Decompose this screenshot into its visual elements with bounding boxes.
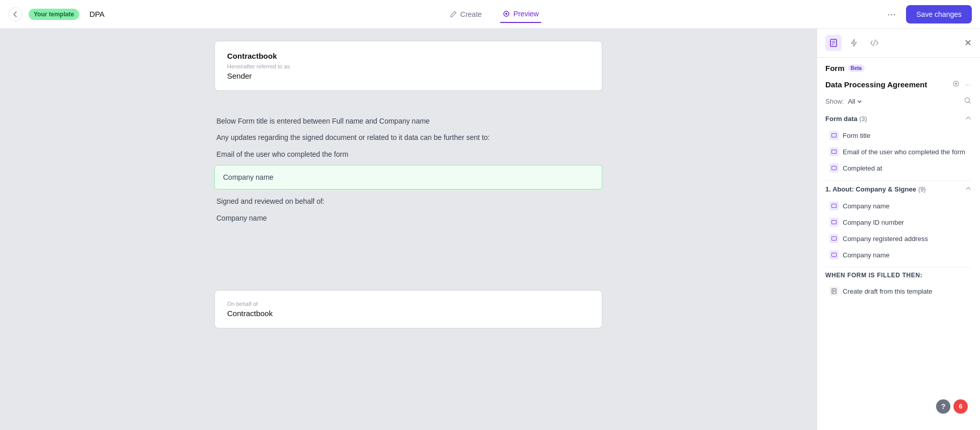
doc-more-icon[interactable]: ··· [964,80,972,89]
field-label-form-title: Form title [843,132,870,139]
sender-card: Contractbook Hereinafter referred to as … [214,41,602,91]
about-title-row: 1. About: Company & Signee (9) [825,185,926,193]
field-completed-at[interactable]: Completed at [825,160,972,176]
sidebar-topbar: ✕ [817,29,980,58]
field-company-name[interactable]: Company name [825,198,972,214]
show-filter-row: Show: All [825,97,972,106]
form-data-collapse[interactable] [965,114,972,123]
doc-text-4: Signed and reviewed on behalf of: [214,196,602,207]
doc-text-1: Below Form title is entered between Full… [214,115,602,127]
lightning-icon[interactable] [846,35,862,51]
field-form-title[interactable]: Form title [825,127,972,144]
field-label-company-name-2: Company name [843,251,890,259]
form-header-row: Form Beta [817,58,980,73]
field-company-id[interactable]: Company ID number [825,214,972,230]
field-email-completed[interactable]: Email of the user who completed the form [825,144,972,160]
referred-label: Hereinafter referred to as [227,63,590,69]
beta-badge: Beta [848,64,865,72]
help-badge[interactable]: ? [936,399,950,414]
company-name-card: Contractbook [227,52,590,60]
field-company-name-2[interactable]: Company name [825,247,972,263]
bottom-divider [825,267,972,268]
form-data-section-header: Form data (3) [825,114,972,123]
variables-icon[interactable] [866,35,883,51]
field-icon-company-address [829,234,839,243]
field-icon-company-name-2 [829,250,839,259]
section-divider [825,180,972,181]
save-changes-button[interactable]: Save changes [906,5,972,23]
preview-nav-button[interactable]: Preview [500,6,541,23]
company-name-highlight: Company name [214,165,602,189]
field-label-email: Email of the user who completed the form [843,148,965,156]
search-fields-button[interactable] [964,97,972,106]
create-nav-button[interactable]: Create [447,6,484,22]
create-draft-item[interactable]: Create draft from this template [825,283,972,299]
close-sidebar-button[interactable]: ✕ [964,37,972,49]
behalf-card: On behalf of Contractbook [214,290,602,328]
draft-icon [829,286,839,296]
right-sidebar: ✕ Form Beta Data Processing Agreement ··… [817,29,980,430]
field-icon-company-name [829,201,839,210]
doc-text-2: Any updates regarding the signed documen… [214,132,602,143]
show-all-select[interactable]: All [848,98,862,105]
form-label: Form [825,64,845,73]
form-data-label: Form data [825,115,857,123]
create-draft-label: Create draft from this template [843,288,933,295]
form-data-count: (3) [860,115,867,123]
about-section-collapse[interactable] [965,185,972,194]
show-label: Show: [825,98,844,105]
doc-text-3: Email of the user who completed the form [214,149,602,160]
topbar-nav: Create Preview [447,6,541,23]
preview-doc-icon[interactable] [951,79,961,90]
document-area[interactable]: Contractbook Hereinafter referred to as … [0,29,817,430]
field-icon-completed-at [829,163,839,173]
field-icon-company-id [829,218,839,227]
main-content: Contractbook Hereinafter referred to as … [0,29,980,430]
document-content: Contractbook Hereinafter referred to as … [214,41,602,328]
form-icon[interactable] [825,35,842,51]
field-label-company-address: Company registered address [843,235,928,243]
field-label-company-id: Company ID number [843,219,904,226]
behalf-value: Contractbook [227,309,590,318]
template-badge: Your template [29,9,79,20]
about-label: 1. About: Company & Signee [825,185,916,193]
field-company-address[interactable]: Company registered address [825,230,972,247]
sidebar-body: Data Processing Agreement ··· Show: All [817,73,980,430]
about-count: (9) [918,186,926,193]
when-filled-label: When form is filled then: [825,272,972,279]
field-label-completed-at: Completed at [843,164,882,172]
document-title: DPA [89,10,105,18]
field-icon-form-title [829,131,839,140]
doc-name-row: Data Processing Agreement ··· [825,79,972,90]
topbar-right: ··· Save changes [884,5,972,23]
sidebar-left-icons [825,35,883,51]
notification-badge[interactable]: 6 [953,399,968,414]
company-name-highlight-text: Company name [223,173,274,181]
svg-point-4 [955,83,957,85]
form-title-row: Form Beta [825,64,865,73]
about-section-header: 1. About: Company & Signee (9) [825,185,972,194]
doc-text-5: Company name [214,212,602,224]
field-label-company-name: Company name [843,202,890,210]
when-filled-section: When form is filled then: Create draft f… [825,272,972,299]
referred-value: Sender [227,71,590,80]
doc-name: Data Processing Agreement [825,80,927,89]
svg-point-1 [505,13,507,15]
topbar: Your template DPA Create Preview ··· Sav… [0,0,980,29]
topbar-left: Your template DPA [8,7,105,21]
back-button[interactable] [8,7,22,21]
behalf-label: On behalf of [227,301,590,307]
doc-name-actions: ··· [951,79,972,90]
field-icon-email [829,147,839,156]
form-data-title-row: Form data (3) [825,115,867,123]
more-options-button[interactable]: ··· [884,6,900,22]
